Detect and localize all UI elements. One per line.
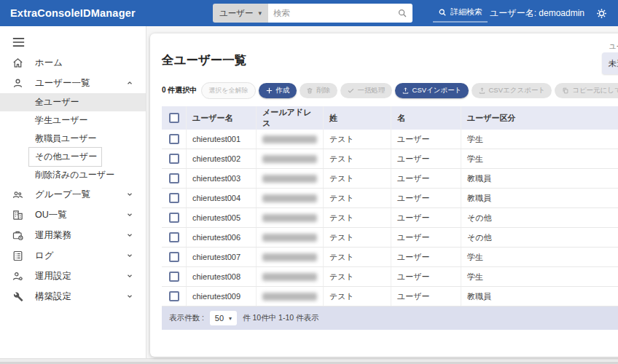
cell-email <box>257 149 324 168</box>
sidebar-item-build-settings[interactable]: 構築設定 <box>0 286 146 306</box>
briefcase-clock-icon <box>12 229 24 242</box>
bulk-process-button[interactable]: 一括処理 <box>340 83 392 98</box>
row-checkbox[interactable] <box>169 272 179 282</box>
gear-icon[interactable] <box>595 7 608 20</box>
sidebar-item-home[interactable]: ホーム <box>0 52 146 73</box>
blurred-email <box>262 273 317 281</box>
clear-selection-button[interactable]: 選択を全解除 <box>201 82 255 99</box>
table-row[interactable]: chierutest001 テスト ユーザー 学生 <box>162 130 618 149</box>
user-kubun-select[interactable]: 未選択 ▾ <box>602 52 618 74</box>
cell-sei: テスト <box>324 287 391 306</box>
select-all-checkbox[interactable] <box>169 113 179 123</box>
cell-mei: ユーザー <box>391 248 461 266</box>
search-icon[interactable] <box>397 8 407 18</box>
chevron-up-icon <box>125 79 134 87</box>
chevron-down-icon <box>125 292 134 301</box>
table-row[interactable]: chierutest004 テスト ユーザー 教職員 <box>162 189 618 208</box>
top-app-bar: ExtraConsoleIDManager ユーザー ▾ 詳細検索 ユーザー名:… <box>0 0 618 26</box>
sidebar-subitem-deleted-users[interactable]: 削除済みのユーザー <box>0 166 146 184</box>
row-checkbox[interactable] <box>169 213 179 223</box>
create-button[interactable]: 作成 <box>259 83 297 98</box>
user-list-card: 全ユーザー一覧 ユーザー区分 未選択 ▾ 0 件選択中 選択を全解除 <box>150 33 618 357</box>
sidebar-item-operations[interactable]: 運用業務 <box>0 225 146 245</box>
bottom-strip <box>0 358 618 364</box>
row-checkbox[interactable] <box>169 193 179 203</box>
delete-button[interactable]: 削除 <box>300 83 337 98</box>
blurred-email <box>262 293 317 301</box>
csv-import-label: CSVインポート <box>412 86 462 95</box>
sidebar-subitem-staff-users[interactable]: 教職員ユーザー <box>0 130 146 148</box>
col-header-mei[interactable]: 名 <box>391 106 461 130</box>
table-row[interactable]: chierutest006 テスト ユーザー その他 <box>162 228 618 248</box>
sidebar-item-label: 運用設定 <box>35 270 71 282</box>
sidebar-item-label: ホーム <box>35 57 63 69</box>
cell-sei: テスト <box>324 228 391 247</box>
col-header-sei[interactable]: 姓 <box>324 106 391 130</box>
person-gear-icon <box>12 270 24 282</box>
chevron-down-icon <box>125 251 134 260</box>
row-checkbox[interactable] <box>169 173 179 183</box>
per-page-value: 50 <box>215 314 224 323</box>
cell-email <box>257 189 324 207</box>
table-footer: 表示件数 : 50 ▾ 件 10件中 1-10 件表示 ‹ 1 › <box>162 306 618 330</box>
table-row[interactable]: chierutest003 テスト ユーザー 教職員 <box>162 169 618 189</box>
col-header-email[interactable]: メールアドレス <box>257 106 324 130</box>
copy-create-button[interactable]: コピー元にして作成 <box>555 83 618 98</box>
table-row[interactable]: chierutest002 テスト ユーザー 学生 <box>162 149 618 169</box>
hamburger-menu-icon[interactable] <box>0 31 146 52</box>
cell-sei: テスト <box>324 248 391 266</box>
sidebar-item-group-list[interactable]: グループ一覧 <box>0 184 146 205</box>
main-content: 全ユーザー一覧 ユーザー区分 未選択 ▾ 0 件選択中 選択を全解除 <box>146 26 618 358</box>
cell-kubun: 学生 <box>461 248 618 266</box>
row-checkbox[interactable] <box>169 291 179 301</box>
cell-email <box>257 208 324 227</box>
table-header-row: ユーザー名 メールアドレス 姓 名 ユーザー区分 <box>162 106 618 130</box>
sidebar-item-label: OU一覧 <box>35 209 67 221</box>
chevron-down-icon: ▾ <box>259 9 262 17</box>
chevron-down-icon <box>125 231 134 240</box>
table-toolbar: 0 件選択中 選択を全解除 作成 削除 <box>162 82 618 99</box>
filter-value: 未選択 <box>609 58 618 69</box>
row-checkbox[interactable] <box>169 134 179 144</box>
table-row[interactable]: chierutest008 テスト ユーザー 学生 <box>162 267 618 287</box>
search-input[interactable] <box>273 9 397 17</box>
sidebar-subitem-student-users[interactable]: 学生ユーザー <box>0 111 146 130</box>
subitem-label: 全ユーザー <box>35 96 79 108</box>
cell-mei: ユーザー <box>391 189 461 207</box>
cell-email <box>257 287 324 306</box>
sidebar-item-operation-settings[interactable]: 運用設定 <box>0 266 146 286</box>
cell-kubun: 学生 <box>461 267 618 286</box>
row-checkbox[interactable] <box>169 252 179 262</box>
cell-username: chierutest004 <box>187 189 257 207</box>
log-list-icon <box>12 250 24 262</box>
table-row[interactable]: chierutest007 テスト ユーザー 学生 <box>162 248 618 267</box>
row-checkbox[interactable] <box>169 154 179 164</box>
search-scope-dropdown[interactable]: ユーザー ▾ <box>213 4 268 23</box>
cell-mei: ユーザー <box>391 130 461 149</box>
sidebar-item-log[interactable]: ログ <box>0 245 146 266</box>
sidebar-item-ou-list[interactable]: OU一覧 <box>0 205 146 225</box>
per-page-select[interactable]: 50 ▾ <box>210 311 237 325</box>
col-header-username[interactable]: ユーザー名 <box>187 106 257 130</box>
row-checkbox[interactable] <box>169 232 179 242</box>
sidebar: ホーム ユーザー一覧 全ユーザー 学生ユーザー 教職員ユーザー その他ユーザー <box>0 26 146 358</box>
advanced-search-button[interactable]: 詳細検索 <box>433 4 488 23</box>
sidebar-item-label: ログ <box>35 250 54 262</box>
bulk-label: 一括処理 <box>358 86 386 95</box>
cell-email <box>257 169 324 188</box>
sidebar-subitem-all-users[interactable]: 全ユーザー <box>0 93 146 111</box>
sidebar-item-user-list[interactable]: ユーザー一覧 <box>0 73 146 93</box>
cell-email <box>257 228 324 247</box>
csv-export-button[interactable]: CSVエクスポート <box>472 83 552 98</box>
cell-sei: テスト <box>324 149 391 168</box>
col-header-kubun[interactable]: ユーザー区分 <box>461 106 618 130</box>
chevron-down-icon <box>125 272 134 280</box>
table-row[interactable]: chierutest009 テスト ユーザー 教職員 <box>162 287 618 306</box>
building-icon <box>12 209 24 221</box>
sidebar-subitem-other-users[interactable]: その他ユーザー <box>0 148 146 166</box>
check-icon <box>347 87 355 95</box>
csv-import-button[interactable]: CSVインポート <box>395 83 469 98</box>
cell-kubun: 教職員 <box>461 287 618 306</box>
table-row[interactable]: chierutest005 テスト ユーザー その他 <box>162 208 618 228</box>
delete-label: 削除 <box>317 86 331 95</box>
